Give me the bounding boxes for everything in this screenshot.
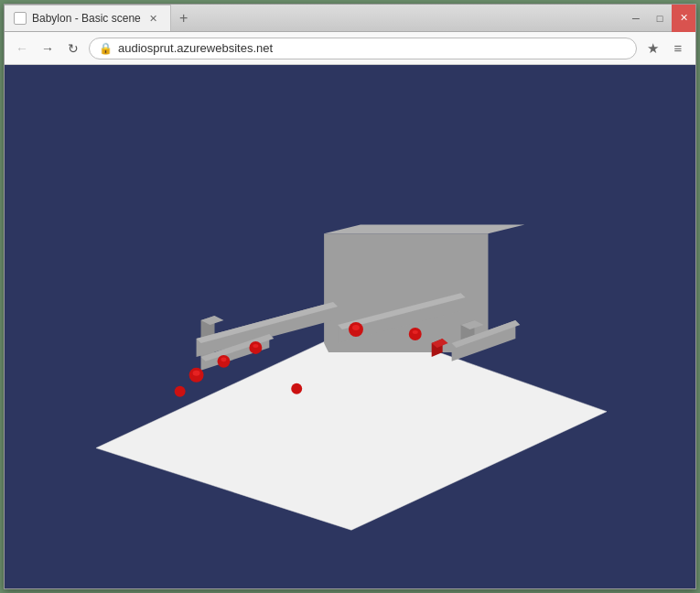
browser-tab[interactable]: Babylon - Basic scene ✕ [5, 5, 171, 31]
forward-button[interactable]: → [38, 38, 58, 59]
tab-close-button[interactable]: ✕ [146, 11, 161, 26]
svg-point-20 [221, 357, 226, 361]
menu-button[interactable]: ≡ [668, 38, 688, 59]
svg-point-22 [253, 344, 258, 348]
title-bar: Babylon - Basic scene ✕ + ─ □ ✕ [5, 5, 695, 32]
maximize-button[interactable]: □ [648, 5, 672, 32]
url-bar[interactable]: 🔒 audiosprut.azurewebsites.net [89, 38, 637, 59]
3d-scene-svg [5, 65, 695, 588]
url-text: audiosprut.azurewebsites.net [118, 41, 627, 55]
reload-button[interactable]: ↻ [63, 38, 83, 59]
tab-favicon [14, 12, 27, 25]
address-bar: ← → ↻ 🔒 audiosprut.azurewebsites.net ★ ≡ [5, 32, 695, 65]
minimize-button[interactable]: ─ [624, 5, 648, 32]
window-controls: ─ □ ✕ [624, 5, 695, 31]
svg-point-24 [352, 325, 360, 330]
new-tab-button[interactable]: + [171, 5, 197, 31]
close-button[interactable]: ✕ [672, 5, 695, 32]
lock-icon: 🔒 [99, 42, 113, 55]
tab-title: Babylon - Basic scene [32, 12, 141, 25]
svg-point-29 [175, 386, 186, 397]
svg-point-26 [413, 330, 418, 334]
svg-point-30 [291, 383, 302, 394]
svg-point-18 [193, 371, 200, 376]
browser-window: Babylon - Basic scene ✕ + ─ □ ✕ ← → ↻ 🔒 … [4, 4, 696, 589]
back-button[interactable]: ← [12, 38, 32, 59]
3d-scene-container[interactable] [5, 65, 695, 588]
bookmark-button[interactable]: ★ [642, 38, 662, 59]
